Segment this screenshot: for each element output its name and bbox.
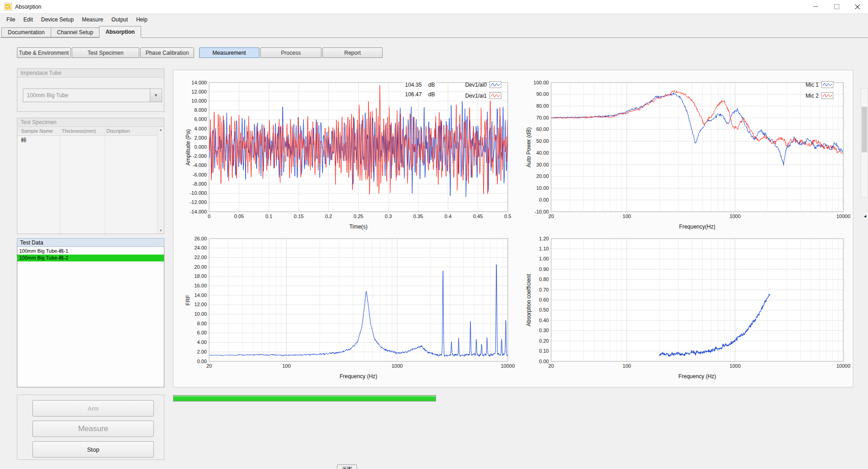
- svg-text:0.00: 0.00: [197, 359, 207, 364]
- subtab-report[interactable]: Report: [322, 47, 383, 58]
- legend-item-mic-1[interactable]: Mic 1: [802, 81, 833, 88]
- test-data-item[interactable]: 100mm Big Tube-棉-1: [17, 248, 164, 255]
- svg-text:2.000: 2.000: [194, 135, 207, 141]
- svg-text:22.00: 22.00: [194, 255, 207, 260]
- subtab-process[interactable]: Process: [260, 47, 321, 58]
- svg-text:-6.000: -6.000: [193, 172, 207, 177]
- pane-collapse-arrow[interactable]: ◄: [863, 214, 867, 219]
- readout-unit: dB: [428, 82, 435, 88]
- svg-text:80.00: 80.00: [536, 103, 549, 109]
- test-specimen-group: Test Specimen Sample NameThickness(mm)Di…: [17, 118, 164, 234]
- svg-text:10000: 10000: [836, 214, 851, 219]
- tab-channel-setup[interactable]: Channel Setup: [51, 27, 100, 37]
- chevron-down-icon: ▼: [150, 89, 162, 102]
- specimen-row[interactable]: 棉: [17, 136, 157, 144]
- level-readouts: 104.35dB106.47dB: [404, 82, 436, 101]
- y-axis-label: Auto Power (dB): [526, 127, 532, 167]
- menu-item-edit[interactable]: Edit: [19, 14, 37, 25]
- legend-plot-icon: [489, 92, 501, 99]
- y-axis-label: Amplitude (Pa): [185, 129, 191, 165]
- menu-item-device-setup[interactable]: Device Setup: [37, 14, 78, 25]
- svg-text:16.00: 16.00: [194, 283, 207, 288]
- svg-text:0.35: 0.35: [413, 214, 423, 219]
- svg-text:0.00: 0.00: [539, 359, 549, 364]
- test-data-list: 100mm Big Tube-棉-1100mm Big Tube-棉-2: [17, 247, 164, 387]
- svg-text:40.00: 40.00: [536, 150, 549, 156]
- progress-fill: [174, 396, 436, 401]
- scrollbar-thumb[interactable]: [862, 107, 867, 152]
- svg-text:14.00: 14.00: [194, 292, 207, 298]
- menu-item-help[interactable]: Help: [132, 14, 152, 25]
- readout-value: 104.35: [405, 82, 422, 88]
- menu-item-output[interactable]: Output: [107, 14, 132, 25]
- maximize-button[interactable]: [826, 0, 847, 13]
- tab-documentation[interactable]: Documentation: [1, 27, 51, 37]
- y-axis-label: FRF: [185, 295, 191, 305]
- svg-text:-4.000: -4.000: [193, 162, 207, 168]
- subtab-tube-environment[interactable]: Tube & Environment: [17, 47, 71, 58]
- svg-text:-14.000: -14.000: [190, 209, 207, 214]
- subtab-test-specimen[interactable]: Test Specimen: [72, 47, 139, 58]
- bottom-tab-draw[interactable]: 画图: [337, 464, 357, 469]
- sub-tab-strip: Tube & EnvironmentTest SpecimenPhase Cal…: [17, 47, 383, 58]
- scroll-down-icon[interactable]: ▼: [159, 229, 163, 233]
- test-data-item[interactable]: 100mm Big Tube-棉-2: [17, 255, 164, 261]
- svg-text:8.00: 8.00: [197, 321, 207, 326]
- svg-text:1.00: 1.00: [539, 256, 549, 261]
- legend-label: Dev1/ai0: [460, 82, 487, 88]
- svg-text:1.20: 1.20: [539, 236, 549, 241]
- level-readout: 106.47dB: [404, 91, 436, 98]
- svg-text:0.40: 0.40: [539, 318, 549, 323]
- test-specimen-title: Test Specimen: [17, 118, 164, 127]
- legend-label: Dev1/ai1: [460, 93, 487, 99]
- table-scrollbar[interactable]: ▲ ▼: [157, 127, 164, 234]
- svg-text:10.00: 10.00: [194, 311, 207, 317]
- legend-item-mic-2[interactable]: Mic 2: [802, 92, 833, 99]
- window-title: Absorption: [15, 4, 41, 10]
- svg-text:-10.00: -10.00: [535, 209, 549, 214]
- vertical-scrollbar[interactable]: [861, 88, 868, 198]
- legend-item-dev1-ai0[interactable]: Dev1/ai0: [460, 81, 501, 88]
- control-button-panel: Arm Measure Stop: [17, 395, 164, 460]
- x-axis-label: Frequency (Hz): [679, 373, 716, 380]
- tab-absorption[interactable]: Absorption: [99, 26, 141, 38]
- svg-text:26.00: 26.00: [194, 236, 207, 241]
- svg-text:0.5: 0.5: [504, 214, 511, 219]
- subtab-phase-calibration[interactable]: Phase Calibration: [140, 47, 194, 58]
- svg-text:0.4: 0.4: [445, 214, 452, 219]
- x-axis-label: Frequency(Hz): [679, 224, 715, 230]
- svg-text:0.80: 0.80: [539, 276, 549, 282]
- svg-text:50.00: 50.00: [536, 138, 549, 144]
- app-icon: [4, 3, 12, 10]
- menu-item-file[interactable]: File: [2, 14, 19, 25]
- bottom-tab-label: 画图: [342, 466, 352, 469]
- stop-button[interactable]: Stop: [32, 441, 154, 458]
- svg-text:20: 20: [548, 363, 554, 369]
- minimize-button[interactable]: [805, 0, 826, 13]
- impedance-tube-value: 100mm Big Tube: [27, 89, 68, 102]
- svg-text:0.000: 0.000: [194, 144, 207, 150]
- svg-text:100: 100: [623, 363, 631, 369]
- svg-text:20.00: 20.00: [194, 264, 207, 270]
- legend-item-dev1-ai1[interactable]: Dev1/ai1: [460, 92, 501, 99]
- svg-text:4.000: 4.000: [194, 126, 207, 131]
- svg-text:70.00: 70.00: [536, 115, 549, 120]
- close-button[interactable]: [847, 0, 868, 13]
- chart-canvas: 26.0024.0022.0020.0018.0016.0014.0012.00…: [179, 230, 515, 386]
- svg-text:10.000: 10.000: [191, 98, 207, 104]
- scroll-up-icon[interactable]: ▲: [159, 128, 163, 132]
- svg-text:12.000: 12.000: [191, 89, 207, 94]
- menu-item-measure[interactable]: Measure: [78, 14, 107, 25]
- svg-text:100: 100: [623, 214, 631, 219]
- chart-legend: Dev1/ai0Dev1/ai1: [460, 81, 501, 103]
- specimen-cell: 棉: [21, 136, 26, 144]
- svg-text:0.70: 0.70: [539, 287, 549, 292]
- x-axis-label: Frequency (Hz): [340, 373, 378, 380]
- test-data-title: Test Data: [17, 238, 164, 247]
- legend-plot-icon: [489, 81, 501, 88]
- subtab-measurement[interactable]: Measurement: [199, 47, 259, 58]
- svg-text:-8.000: -8.000: [193, 181, 207, 187]
- impedance-tube-dropdown: 100mm Big Tube ▼: [23, 89, 162, 102]
- svg-text:100: 100: [282, 363, 290, 369]
- legend-label: Mic 2: [802, 93, 819, 99]
